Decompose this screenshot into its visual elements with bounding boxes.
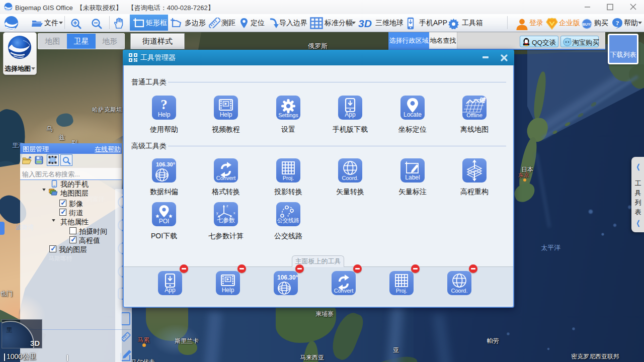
svg-text:公交线路: 公交线路 xyxy=(277,217,299,223)
svg-text:七参数: 七参数 xyxy=(217,217,235,224)
svg-text:?: ? xyxy=(160,97,168,112)
svg-text:y: y xyxy=(216,211,218,215)
svg-text:BUY!: BUY! xyxy=(582,22,591,27)
svg-text:106.30°: 106.30° xyxy=(277,274,298,281)
svg-text:z: z xyxy=(226,204,228,208)
svg-text:x: x xyxy=(233,211,235,215)
svg-text:?: ? xyxy=(616,19,619,27)
svg-text:106.30°: 106.30° xyxy=(156,161,175,167)
svg-text:一键: 一键 xyxy=(473,97,486,104)
